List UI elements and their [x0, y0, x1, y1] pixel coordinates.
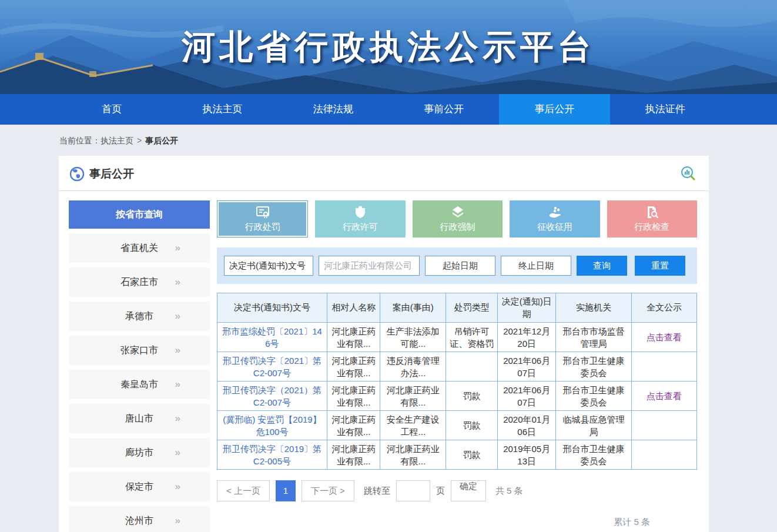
decision-date-cell: 2021年12月20日	[498, 323, 556, 352]
main-nav: 首页 执法主页 法律法规 事前公开 事后公开 执法证件	[0, 94, 777, 125]
penalty-type-cell: 罚款	[446, 382, 498, 411]
sidebar-item-chengde[interactable]: 承德市»	[69, 302, 210, 331]
tab-administrative-inspection[interactable]: 行政检查	[607, 200, 697, 237]
breadcrumb-parent-link[interactable]: 执法主页	[101, 136, 133, 145]
cumulative-total-label: 累计 5 条	[217, 517, 697, 528]
view-full-text-link[interactable]: 点击查看	[647, 332, 682, 342]
table-row: 邢卫传罚决字〔2019〕第C2-005号 河北康正药业有限... 河北康正药业有…	[217, 440, 697, 470]
current-page-indicator[interactable]: 1	[276, 480, 296, 501]
tab-administrative-penalty[interactable]: 行政处罚	[217, 200, 308, 237]
col-header-agency: 实施机关	[556, 293, 632, 323]
layers-icon	[451, 205, 465, 219]
party-cell: 河北康正药业有限...	[327, 440, 380, 470]
panel-header: 事后公开	[59, 156, 709, 191]
sidebar-header: 按省市查询	[69, 200, 210, 229]
doc-number-link[interactable]: 邢卫传罚决字〔2019〕第C2-005号	[223, 444, 321, 466]
penalty-type-cell: 吊销许可证、资格罚	[446, 323, 498, 352]
sidebar-item-baoding[interactable]: 保定市»	[69, 472, 210, 501]
penalty-type-cell: 罚款	[446, 411, 498, 440]
nav-item-pre-disclosure[interactable]: 事前公开	[388, 94, 499, 125]
chevron-right-icon: »	[175, 370, 179, 399]
breadcrumb-label: 当前位置：	[59, 136, 101, 145]
party-cell: 河北康正药业有限...	[327, 323, 380, 352]
category-tabs: 行政处罚 行政许可 行政强制	[217, 200, 697, 237]
party-cell: 河北康正药业有限...	[327, 352, 380, 382]
view-full-text-link[interactable]: 点击查看	[647, 391, 682, 401]
records-table: 决定书(通知书)文号 相对人名称 案由(事由) 处罚类型 决定(通知)日期 实施…	[217, 293, 697, 470]
search-bar: 查询 重置	[217, 247, 697, 284]
party-cell: 河北康正药业有限...	[327, 411, 380, 440]
tab-administrative-coercion[interactable]: 行政强制	[413, 200, 503, 237]
decision-date-cell: 2021年06月07日	[498, 352, 556, 382]
tab-administrative-permission[interactable]: 行政许可	[315, 200, 405, 237]
party-cell: 河北康正药业有限...	[327, 382, 380, 411]
col-header-doc-number: 决定书(通知书)文号	[217, 293, 327, 323]
jump-to-label: 跳转至	[364, 486, 390, 497]
party-name-input[interactable]	[319, 256, 420, 276]
sidebar-item-tangshan[interactable]: 唐山市»	[69, 404, 210, 433]
document-number-input[interactable]	[224, 256, 313, 276]
site-banner: 河北省行政执法公示平台	[0, 0, 777, 94]
agency-cell: 邢台市卫生健康委员会	[556, 440, 632, 470]
col-header-penalty-type: 处罚类型	[446, 293, 498, 323]
panel-body: 按省市查询 省直机关» 石家庄市» 承德市» 张家口市» 秦皇岛市» 唐山市» …	[59, 191, 709, 532]
certificate-icon	[255, 205, 270, 219]
sidebar-item-zhangjiakou[interactable]: 张家口市»	[69, 336, 210, 365]
jump-page-input[interactable]	[396, 480, 430, 501]
nav-item-enforcement-home[interactable]: 执法主页	[167, 94, 277, 125]
cause-cell: 安全生产建设工程...	[380, 411, 446, 440]
table-header-row: 决定书(通知书)文号 相对人名称 案由(事由) 处罚类型 决定(通知)日期 实施…	[217, 293, 697, 323]
doc-number-link[interactable]: (冀邢临) 安监罚【2019】危100号	[223, 414, 321, 437]
page: 河北省行政执法公示平台 首页 执法主页 法律法规 事前公开 事后公开 执法证件 …	[0, 0, 777, 532]
query-button[interactable]: 查询	[577, 256, 627, 276]
agency-cell: 邢台市卫生健康委员会	[556, 382, 632, 411]
doc-number-link[interactable]: 邢卫传罚决字（2021）第C2-007号	[223, 385, 321, 407]
sidebar-item-qinhuangdao[interactable]: 秦皇岛市»	[69, 370, 210, 399]
sidebar-item-cangzhou[interactable]: 沧州市»	[69, 506, 210, 532]
chevron-right-icon: »	[175, 233, 179, 263]
breadcrumb-separator: >	[137, 136, 142, 145]
chevron-right-icon: »	[175, 472, 179, 501]
prev-page-button[interactable]: < 上一页	[217, 480, 270, 501]
globe-icon	[69, 166, 85, 182]
doc-number-link[interactable]: 邢市监综处罚〔2021〕146号	[222, 326, 322, 349]
chevron-right-icon: »	[175, 506, 179, 532]
table-row: 邢市监综处罚〔2021〕146号 河北康正药业有限... 生产非法添加可能...…	[217, 323, 697, 352]
page-title: 事后公开	[89, 166, 134, 182]
sidebar-item-provincial-organs[interactable]: 省直机关»	[69, 233, 210, 263]
reset-button[interactable]: 重置	[635, 256, 685, 276]
cause-cell: 河北康正药业有限...	[380, 382, 446, 411]
breadcrumb-current: 事后公开	[145, 136, 178, 145]
doc-number-link[interactable]: 邢卫传罚决字〔2021〕第C2-007号	[223, 356, 321, 378]
cause-cell: 河北康正药业有限...	[380, 440, 446, 470]
col-header-party: 相对人名称	[327, 293, 380, 323]
cause-cell: 违反消毒管理办法...	[380, 352, 446, 382]
start-date-input[interactable]	[425, 256, 495, 276]
nav-item-home[interactable]: 首页	[56, 94, 167, 125]
confirm-jump-button[interactable]: 确定	[451, 480, 486, 501]
chevron-right-icon: »	[175, 404, 179, 433]
cause-cell: 生产非法添加可能...	[380, 323, 446, 352]
end-date-input[interactable]	[501, 256, 571, 276]
badge-icon	[353, 205, 367, 219]
table-row: 邢卫传罚决字（2021）第C2-007号 河北康正药业有限... 河北康正药业有…	[217, 382, 697, 411]
next-page-button[interactable]: 下一页 >	[302, 480, 354, 501]
agency-cell: 邢台市市场监督管理局	[556, 323, 632, 352]
sidebar-item-shijiazhuang[interactable]: 石家庄市»	[69, 267, 210, 297]
hand-coins-icon	[547, 205, 562, 219]
chart-magnifier-icon[interactable]	[679, 165, 697, 183]
page-unit-label: 页	[436, 486, 445, 497]
sidebar-item-langfang[interactable]: 廊坊市»	[69, 438, 210, 467]
content-panel: 事后公开 按省市查询 省直机关» 石家庄市» 承德市» 张家口市» 秦皇岛市» …	[59, 156, 709, 532]
chevron-right-icon: »	[175, 302, 179, 331]
col-header-cause: 案由(事由)	[380, 293, 446, 323]
nav-item-post-disclosure[interactable]: 事后公开	[499, 94, 609, 125]
nav-item-certificates[interactable]: 执法证件	[610, 94, 721, 125]
agency-cell: 临城县应急管理局	[556, 411, 632, 440]
tab-expropriation[interactable]: 征收征用	[510, 200, 600, 237]
breadcrumb: 当前位置：执法主页>事后公开	[0, 125, 777, 156]
table-row: (冀邢临) 安监罚【2019】危100号 河北康正药业有限... 安全生产建设工…	[217, 411, 697, 440]
doc-magnifier-icon	[645, 205, 659, 219]
decision-date-cell: 2020年01月06日	[498, 411, 556, 440]
nav-item-laws[interactable]: 法律法规	[278, 94, 388, 125]
